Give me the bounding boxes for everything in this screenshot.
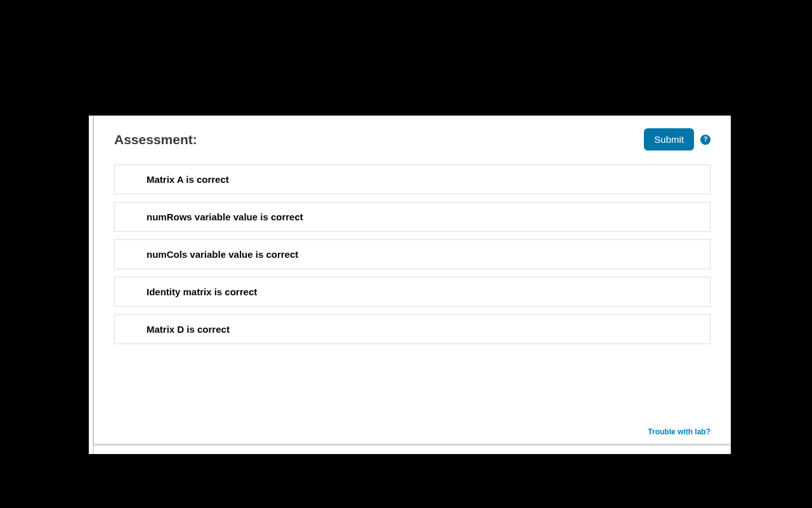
assessment-item-label: Identity matrix is correct: [147, 286, 257, 297]
help-icon[interactable]: ?: [700, 135, 710, 145]
assessment-panel: Assessment: Submit ? Matrix A is correct…: [94, 116, 731, 444]
assessment-item-label: Matrix D is correct: [147, 324, 230, 335]
assessment-item[interactable]: numCols variable value is correct: [114, 239, 710, 269]
assessment-item[interactable]: Identity matrix is correct: [114, 277, 710, 307]
trouble-link[interactable]: Trouble with lab?: [648, 427, 710, 436]
assessment-item[interactable]: Matrix D is correct: [114, 314, 710, 344]
panel-title: Assessment:: [114, 132, 197, 147]
assessment-item-label: numCols variable value is correct: [147, 249, 298, 260]
submit-button[interactable]: Submit: [644, 128, 694, 150]
assessment-item-label: numRows variable value is correct: [147, 211, 303, 222]
assessment-item-label: Matrix A is correct: [147, 174, 229, 185]
assessment-frame: Assessment: Submit ? Matrix A is correct…: [89, 116, 731, 454]
assessment-item[interactable]: numRows variable value is correct: [114, 202, 710, 232]
assessment-item[interactable]: Matrix A is correct: [114, 164, 710, 194]
panel-footer: Trouble with lab?: [114, 421, 710, 436]
assessment-items: Matrix A is correct numRows variable val…: [114, 164, 710, 421]
header-actions: Submit ?: [644, 128, 710, 150]
panel-header: Assessment: Submit ?: [114, 128, 710, 150]
